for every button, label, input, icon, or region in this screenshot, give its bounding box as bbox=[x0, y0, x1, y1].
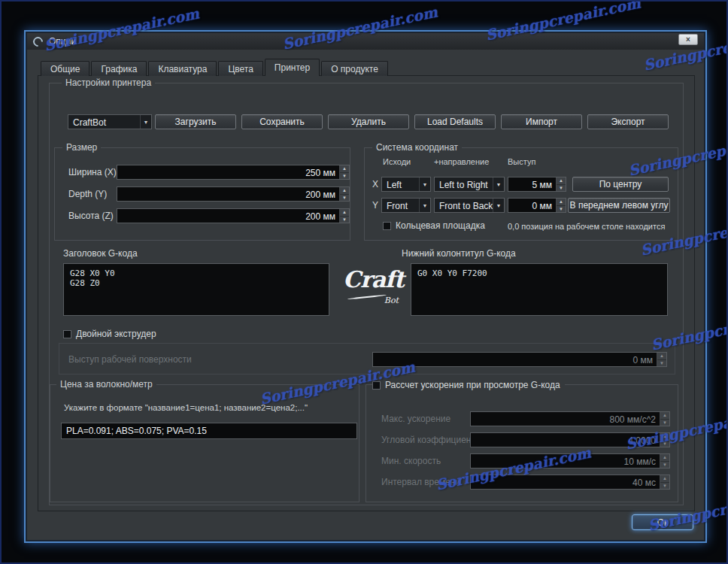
printer-profile-dropdown[interactable]: CraftBot bbox=[68, 114, 152, 129]
x-direction-dropdown[interactable]: Left to Right bbox=[434, 177, 505, 192]
gcode-footer-label: Нижний колонтитул G-кода bbox=[402, 248, 516, 259]
y-origin-dropdown[interactable]: Front bbox=[381, 198, 431, 213]
height-z-value: 200 мм bbox=[117, 209, 339, 223]
tab-keyboard[interactable]: Клавиатура bbox=[148, 61, 217, 76]
spin-up-icon[interactable] bbox=[340, 187, 349, 194]
x-offset-value: 5 мм bbox=[508, 177, 556, 191]
spin-up-icon[interactable] bbox=[660, 454, 669, 461]
spin-buttons bbox=[657, 353, 666, 366]
size-group: Размер Ширина (X) 250 мм Depth (Y) 200 м… bbox=[54, 147, 350, 241]
spin-up-icon[interactable] bbox=[660, 475, 669, 482]
chevron-down-icon bbox=[493, 177, 504, 191]
x-origin-dropdown[interactable]: Left bbox=[381, 177, 431, 192]
spin-down-icon[interactable] bbox=[340, 194, 349, 202]
delete-button[interactable]: Удалить bbox=[328, 114, 409, 129]
screen: Soringpcrepair.com Soringpcrepair.com So… bbox=[0, 0, 728, 564]
load-defaults-button[interactable]: Load Defaults bbox=[414, 114, 496, 129]
gcode-footer-textarea[interactable]: G0 X0 Y0 F7200 bbox=[411, 263, 668, 316]
spin-down-icon[interactable] bbox=[660, 482, 669, 490]
title-bar[interactable]: Опции bbox=[27, 33, 704, 50]
spin-down-icon[interactable] bbox=[557, 205, 566, 213]
acceleration-checkbox-label: Рассчет ускорения при просмотре G-кода bbox=[385, 380, 560, 390]
spin-up-icon[interactable] bbox=[557, 177, 566, 184]
x-origin-value: Left bbox=[382, 177, 419, 191]
width-x-label: Ширина (X) bbox=[68, 167, 117, 177]
price-input[interactable]: PLA=0.091; ABS=0.075; PVA=0.15 bbox=[61, 423, 357, 439]
width-x-value: 250 мм bbox=[117, 165, 339, 179]
price-group-title: Цена за волокно/метр bbox=[56, 379, 156, 390]
spin-down-icon[interactable] bbox=[660, 461, 669, 468]
min-speed-spinbox[interactable]: 10 мм/с bbox=[470, 453, 670, 468]
spin-down-icon[interactable] bbox=[660, 419, 669, 426]
time-interval-label: Интервал времени bbox=[381, 477, 460, 487]
spin-buttons bbox=[339, 165, 349, 179]
dialog-title: Опции bbox=[49, 36, 76, 47]
spin-up-icon[interactable] bbox=[660, 433, 669, 440]
spin-down-icon[interactable] bbox=[557, 184, 566, 192]
spin-up-icon[interactable] bbox=[660, 412, 669, 419]
chevron-down-icon bbox=[493, 199, 504, 212]
spin-buttons bbox=[556, 199, 566, 212]
profile-actions: Загрузить Сохранить Удалить Load Default… bbox=[155, 114, 669, 129]
app-icon bbox=[31, 35, 44, 48]
dual-extruder-checkbox[interactable] bbox=[63, 330, 71, 338]
load-button[interactable]: Загрузить bbox=[155, 114, 236, 129]
max-acceleration-value: 800 мм/с^2 bbox=[471, 412, 660, 426]
surface-offset-spinbox[interactable]: 0 мм bbox=[372, 352, 667, 367]
acceleration-checkbox[interactable] bbox=[372, 381, 381, 390]
spin-buttons bbox=[660, 433, 669, 447]
chevron-down-icon bbox=[140, 115, 151, 129]
min-speed-value: 10 мм/с bbox=[471, 454, 660, 468]
spin-up-icon[interactable] bbox=[340, 209, 349, 216]
y-offset-spinbox[interactable]: 0 мм bbox=[508, 198, 566, 213]
spin-buttons bbox=[339, 187, 349, 201]
price-group: Цена за волокно/метр Укажите в формате "… bbox=[50, 384, 359, 502]
spin-down-icon[interactable] bbox=[340, 172, 349, 180]
tab-printer[interactable]: Принтер bbox=[265, 59, 320, 76]
width-x-spinbox[interactable]: 250 мм bbox=[117, 165, 350, 180]
spin-down-icon[interactable] bbox=[660, 440, 669, 447]
direction-column-header: +направление bbox=[434, 157, 489, 166]
corner-factor-spinbox[interactable]: 4,0000 bbox=[470, 432, 670, 447]
save-button[interactable]: Сохранить bbox=[241, 114, 323, 129]
tab-about[interactable]: О продукте bbox=[321, 61, 388, 76]
corner-factor-label: Угловой коэффициент bbox=[381, 435, 475, 445]
spin-down-icon[interactable] bbox=[657, 359, 666, 367]
tab-colors[interactable]: Цвета bbox=[218, 61, 262, 76]
printer-settings-title: Настройки принтера bbox=[62, 77, 155, 88]
y-direction-dropdown[interactable]: Front to Back bbox=[434, 198, 505, 213]
spin-up-icon[interactable] bbox=[340, 165, 349, 172]
surface-offset-box: Выступ рабочей поверхности 0 мм bbox=[59, 343, 675, 374]
time-interval-value: 40 мс bbox=[471, 475, 660, 489]
circular-plate-checkbox-row: Кольцевая площадка bbox=[383, 220, 485, 231]
surface-offset-label: Выступ рабочей поверхности bbox=[68, 354, 192, 365]
height-z-spinbox[interactable]: 200 мм bbox=[117, 208, 350, 223]
gcode-header-textarea[interactable]: G28 X0 Y0 G28 Z0 bbox=[63, 263, 329, 316]
tab-bar: Общие Графика Клавиатура Цвета Принтер О… bbox=[41, 59, 388, 76]
price-format-hint: Укажите в формате "название1=цена1; назв… bbox=[64, 403, 308, 412]
import-button[interactable]: Импорт bbox=[501, 114, 582, 129]
spin-down-icon[interactable] bbox=[340, 216, 349, 223]
x-offset-spinbox[interactable]: 5 мм bbox=[508, 177, 566, 192]
x-axis-label: X bbox=[372, 179, 378, 190]
circular-plate-checkbox[interactable] bbox=[383, 222, 391, 230]
spin-buttons bbox=[660, 412, 669, 426]
spin-buttons bbox=[556, 177, 566, 191]
export-button[interactable]: Экспорт bbox=[587, 114, 669, 129]
center-button[interactable]: По центру bbox=[572, 177, 669, 192]
ok-button[interactable]: Ок bbox=[632, 514, 693, 530]
tab-graphics[interactable]: Графика bbox=[91, 61, 147, 76]
time-interval-spinbox[interactable]: 40 мс bbox=[470, 475, 670, 490]
spin-up-icon[interactable] bbox=[557, 199, 566, 205]
max-acceleration-spinbox[interactable]: 800 мм/с^2 bbox=[470, 411, 670, 426]
size-group-title: Размер bbox=[62, 142, 101, 153]
tab-general[interactable]: Общие bbox=[41, 61, 89, 76]
close-button[interactable]: × bbox=[678, 34, 698, 45]
profile-value: CraftBot bbox=[68, 115, 140, 129]
circular-plate-label: Кольцевая площадка bbox=[396, 220, 485, 231]
coordinate-system-group: Система координат Исходи +направление Вы… bbox=[364, 147, 678, 241]
depth-y-spinbox[interactable]: 200 мм bbox=[117, 186, 350, 202]
craftbot-logo: Craft Bot bbox=[343, 266, 399, 307]
front-left-corner-button[interactable]: В переднем левом углу bbox=[568, 198, 670, 213]
spin-up-icon[interactable] bbox=[657, 353, 666, 359]
